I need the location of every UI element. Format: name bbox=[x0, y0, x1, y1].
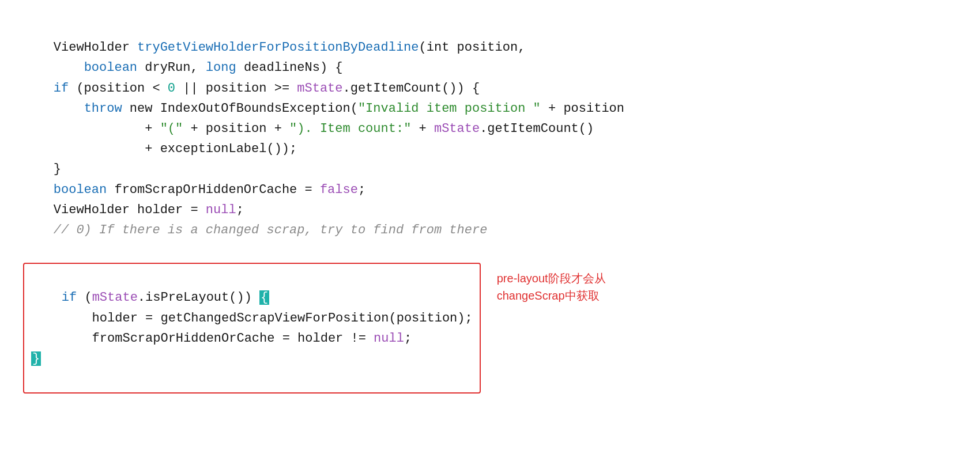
mstate-ref: mState bbox=[297, 81, 342, 96]
annotation-line2: changeScrap中获取 bbox=[497, 289, 600, 302]
normal-text: + bbox=[23, 122, 160, 136]
string-invalid: "Invalid item position " bbox=[358, 101, 541, 116]
cursor-brace-open: { bbox=[259, 290, 269, 305]
highlighted-section: if (mState.isPreLayout()) { holder = get… bbox=[23, 260, 957, 394]
normal-text: + exceptionLabel()); bbox=[23, 142, 297, 156]
annotation-text: pre-layout阶段才会从 changeScrap中获取 bbox=[497, 270, 658, 304]
number-zero: 0 bbox=[168, 81, 175, 96]
keyword-if: if bbox=[54, 81, 69, 96]
keyword-long: long bbox=[206, 60, 236, 75]
normal-text bbox=[23, 101, 84, 116]
normal-text bbox=[23, 60, 84, 75]
normal-text: (int position, bbox=[419, 40, 526, 55]
normal-text: ViewHolder holder = bbox=[23, 203, 206, 217]
normal-text: + position + bbox=[183, 122, 289, 136]
normal-text: fromScrapOrHiddenOrCache = bbox=[107, 183, 320, 197]
annotation-line1: pre-layout阶段才会从 bbox=[497, 272, 606, 285]
normal-text: .getItemCount() bbox=[480, 122, 594, 136]
normal-text: holder = getChangedScrapViewForPosition(… bbox=[31, 311, 473, 326]
normal-text bbox=[23, 81, 54, 96]
function-name: tryGetViewHolderForPositionByDeadline bbox=[137, 40, 419, 55]
cursor-brace-close: } bbox=[31, 351, 41, 366]
normal-text: new IndexOutOfBoundsException( bbox=[122, 101, 358, 116]
highlighted-code-block: if (mState.isPreLayout()) { holder = get… bbox=[23, 263, 481, 394]
normal-text: ( bbox=[77, 290, 92, 305]
normal-text: ViewHolder bbox=[54, 40, 137, 55]
normal-text: dryRun, bbox=[137, 60, 206, 75]
string-paren: "(" bbox=[160, 122, 183, 136]
normal-text: .isPreLayout()) bbox=[138, 290, 259, 305]
normal-text: (position < bbox=[69, 81, 168, 96]
comment-line: // 0) If there is a changed scrap, try t… bbox=[23, 223, 487, 237]
normal-text: ; bbox=[358, 183, 365, 197]
code-block: ViewHolder tryGetViewHolderForPositionBy… bbox=[23, 17, 957, 260]
code-container: ViewHolder tryGetViewHolderForPositionBy… bbox=[23, 17, 957, 394]
normal-text: } bbox=[23, 162, 61, 176]
keyword-false: false bbox=[320, 183, 358, 197]
keyword-boolean: boolean bbox=[84, 60, 137, 75]
keyword-null: null bbox=[206, 203, 236, 217]
normal-text: deadlineNs) { bbox=[236, 60, 343, 75]
string-item-count: "). Item count:" bbox=[289, 122, 411, 136]
normal-text: + bbox=[411, 122, 434, 136]
normal-text: + position bbox=[541, 101, 624, 116]
keyword-if2: if bbox=[31, 290, 77, 305]
mstate-ref3: mState bbox=[92, 290, 138, 305]
normal-text: .getItemCount()) { bbox=[343, 81, 480, 96]
keyword-throw: throw bbox=[84, 101, 122, 116]
mstate-ref2: mState bbox=[434, 122, 480, 136]
normal-text: || position >= bbox=[175, 81, 297, 96]
normal-text: fromScrapOrHiddenOrCache = holder != bbox=[31, 331, 374, 346]
keyword-boolean2: boolean bbox=[23, 183, 107, 197]
normal-text: ; bbox=[236, 203, 244, 217]
highlighted-code-inner: if (mState.isPreLayout()) { holder = get… bbox=[31, 267, 473, 389]
keyword-null2: null bbox=[374, 331, 404, 346]
normal-text: ; bbox=[404, 331, 412, 346]
